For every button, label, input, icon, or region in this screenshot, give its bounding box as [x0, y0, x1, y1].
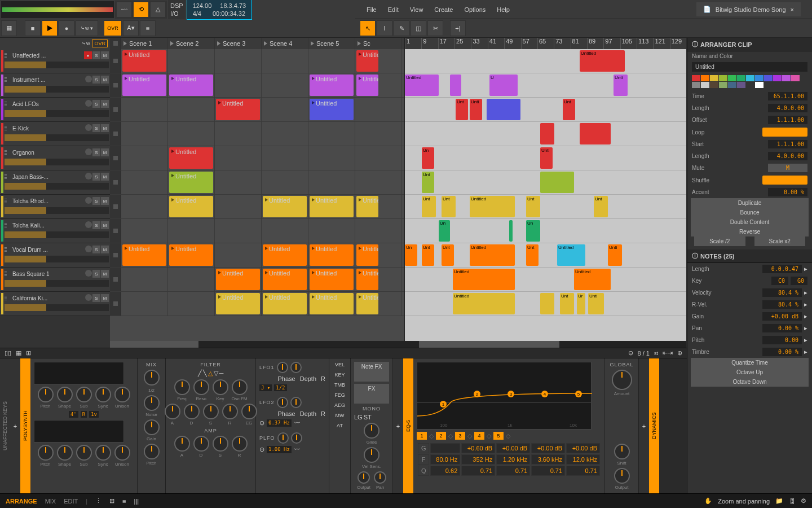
clip-slot[interactable] — [215, 73, 262, 97]
unison-knob[interactable] — [114, 387, 130, 402]
note-pitch-field[interactable]: 0.00 — [762, 336, 802, 344]
lfo2-phase-knob[interactable] — [277, 397, 288, 408]
chevron-right-icon[interactable]: ▸ — [804, 265, 807, 273]
ruler-tick[interactable]: 65 — [537, 38, 554, 49]
scale-x2-button[interactable]: Scale x2 — [754, 237, 806, 246]
panel-icon[interactable]: ||| — [134, 498, 139, 505]
tab-mix[interactable]: MIX — [45, 498, 56, 505]
arranger-clip[interactable]: Untitled — [580, 50, 625, 72]
color-swatch[interactable] — [755, 82, 764, 88]
menu-create[interactable]: Create — [434, 6, 453, 13]
arranger-clip[interactable]: Unt — [560, 293, 574, 314]
volume-slider[interactable] — [5, 134, 109, 141]
chevron-right-icon[interactable]: ▸ — [804, 289, 807, 296]
mute-button[interactable]: M — [101, 51, 109, 59]
stop-clip-icon[interactable] — [113, 229, 118, 233]
volume-slider[interactable] — [5, 256, 109, 262]
length-field[interactable]: 4.0.0.00 — [768, 104, 807, 112]
color-swatch[interactable] — [701, 82, 709, 88]
clip-slot[interactable]: Untitled — [121, 73, 168, 97]
eq-param-cell[interactable]: 0.71 — [566, 466, 600, 476]
record-arm-button[interactable] — [85, 76, 92, 82]
panel-icon[interactable]: ≡ — [122, 498, 126, 505]
clip-slot[interactable] — [308, 170, 355, 194]
color-swatch[interactable] — [773, 75, 782, 81]
track-header[interactable]: ⦙⦙Unaffected ...●SM — [0, 49, 110, 73]
clip-slot[interactable]: Untitled — [215, 268, 262, 291]
filter-type-selector[interactable]: ╱╲△▽─ — [169, 370, 252, 377]
stop-clip-icon[interactable] — [113, 156, 118, 160]
clip[interactable]: Untitled — [310, 293, 354, 314]
stop-clip-icon[interactable] — [113, 301, 118, 306]
arranger-track-lane[interactable]: Untitled — [405, 49, 686, 73]
clip-slot[interactable] — [121, 268, 168, 291]
clip[interactable]: Untitled — [169, 147, 213, 169]
solo-button[interactable]: S — [92, 294, 100, 302]
scene-header[interactable]: Scene 5 — [308, 38, 355, 49]
color-swatch[interactable] — [746, 75, 754, 81]
clip-slot[interactable]: Untitled — [215, 292, 262, 316]
mute-button[interactable]: M — [101, 148, 109, 156]
stop-clip-icon[interactable] — [113, 59, 118, 63]
clip-slot[interactable]: Untitled — [121, 243, 168, 267]
menu-file[interactable]: File — [367, 6, 377, 13]
clip[interactable]: Untitled — [310, 75, 354, 96]
fold-icon[interactable]: ≡ — [140, 20, 156, 36]
mute-toggle[interactable]: M — [768, 164, 807, 172]
scene-header[interactable]: Scene 1 — [121, 38, 168, 49]
s-knob[interactable] — [213, 436, 228, 452]
eq-band-4[interactable]: 4 — [474, 432, 484, 440]
clip-slot[interactable]: Untitled — [308, 243, 355, 267]
arranger-clip[interactable]: Untitled — [453, 269, 515, 290]
layout-icon[interactable]: ⊞ — [26, 349, 31, 357]
a-knob[interactable] — [165, 404, 180, 419]
clip[interactable]: Untitled — [122, 75, 166, 96]
ruler-tick[interactable]: 81 — [571, 38, 587, 49]
track-header[interactable]: ⦙⦙E-KickSM — [0, 122, 110, 146]
ruler-tick[interactable]: 129 — [670, 38, 686, 49]
loop-toggle[interactable] — [762, 128, 807, 137]
menu-edit[interactable]: Edit — [388, 6, 399, 13]
zoom-in-icon[interactable]: ⊕ — [677, 349, 682, 357]
clip-slot[interactable] — [262, 122, 308, 146]
clip[interactable]: Untitled — [356, 50, 378, 72]
mod-at[interactable]: AT — [333, 423, 347, 428]
color-swatch[interactable] — [737, 82, 745, 88]
accent-field[interactable]: 0.00 % — [768, 188, 807, 196]
arranger-track-lane[interactable]: UnUntUntUntitledUntUntitledUnti — [405, 243, 686, 268]
arranger-clip[interactable]: Untitled — [470, 244, 515, 266]
clip[interactable]: Untitled — [169, 172, 213, 193]
color-swatch[interactable] — [746, 82, 754, 88]
clip-slot[interactable] — [308, 122, 355, 146]
clip-slot[interactable] — [215, 146, 262, 170]
mute-button[interactable]: M — [101, 294, 109, 302]
automation-write-icon[interactable]: ⤷w ▾ — [76, 20, 98, 36]
note-gain-field[interactable]: +0.00 dB — [762, 312, 802, 321]
color-swatch[interactable] — [701, 75, 709, 81]
clip[interactable]: Untitled — [263, 269, 307, 290]
clip-slot[interactable] — [168, 292, 215, 316]
note-length-field[interactable]: 0.0.0.47 — [762, 265, 802, 273]
track-header[interactable]: ⦙⦙California Ki...SM — [0, 292, 110, 316]
glide-knob[interactable] — [364, 423, 379, 439]
sub-knob[interactable] — [76, 445, 92, 461]
stop-clip-icon[interactable] — [113, 253, 118, 257]
clip-slot[interactable]: Untitled — [308, 98, 355, 121]
scrollbar-thumb[interactable] — [419, 341, 560, 348]
ruler-tick[interactable]: 105 — [620, 38, 637, 49]
eq-band-1[interactable]: 1 — [417, 432, 427, 440]
stop-clip-icon[interactable] — [113, 107, 118, 112]
time-field[interactable]: 65.1.1.00 — [768, 92, 807, 100]
time-select-tool-icon[interactable]: I — [377, 20, 392, 36]
ruler-tick[interactable]: 73 — [554, 38, 570, 49]
track-header[interactable]: ⦙⦙Bass Square 1SM — [0, 268, 110, 292]
sync-knob[interactable] — [95, 445, 111, 461]
clip-slot[interactable]: Untitled — [262, 268, 308, 291]
clip-slot[interactable]: Untitled — [308, 268, 355, 291]
solo-button[interactable]: S — [92, 148, 100, 156]
clip-slot[interactable] — [262, 170, 308, 194]
unison-knob[interactable] — [114, 445, 130, 461]
track-header[interactable]: ⦙⦙Vocal Drum ...SM — [0, 243, 110, 268]
ruler-tick[interactable]: 57 — [521, 38, 537, 49]
grid-view-icon[interactable]: ▦ — [16, 349, 21, 357]
